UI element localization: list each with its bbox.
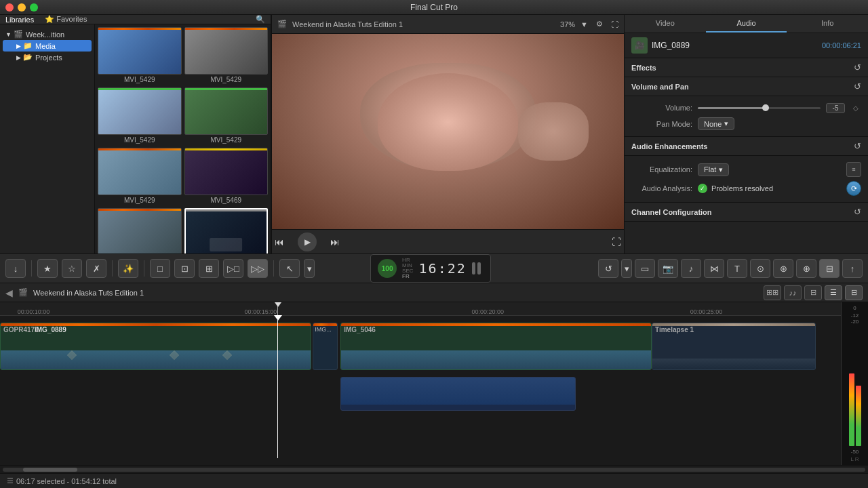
import-button[interactable]: ↓ (5, 259, 26, 278)
favorites-tab[interactable]: ⭐ Favorites (45, 15, 87, 24)
separator (112, 260, 113, 277)
audio-analysis-label: Audio Analysis: (631, 184, 692, 192)
share-button[interactable]: ↑ (842, 259, 863, 278)
reject-button[interactable]: ✗ (86, 259, 106, 278)
audio-enhancements-section-header[interactable]: Audio Enhancements ↺ (625, 137, 868, 156)
search-icon[interactable]: 🔍 (256, 15, 265, 24)
pause-button[interactable] (472, 262, 481, 274)
table-row[interactable]: IMG_5046 (340, 323, 652, 370)
insert-button[interactable]: ⊞ (199, 259, 219, 278)
vu-bar-left (849, 373, 854, 446)
photo-button[interactable]: 📷 (658, 259, 678, 278)
list-item[interactable]: MVI_5519 (184, 208, 269, 253)
select-dropdown[interactable]: ▾ (304, 259, 315, 278)
snapping-button[interactable]: ⊟ (804, 285, 822, 300)
table-row[interactable] (340, 377, 576, 411)
clip-color-bar-3 (341, 323, 651, 326)
status-bar: ☰ 06:17 selected - 01:54:12 total (0, 473, 868, 488)
list-item[interactable]: MVI_5429 (98, 27, 182, 85)
star-button[interactable]: ★ (37, 259, 58, 278)
list-item[interactable]: MVI_5429 (98, 87, 182, 145)
volume-slider[interactable] (698, 107, 821, 109)
audio-button[interactable]: ♪ (681, 259, 701, 278)
tree-item-media[interactable]: ▶ 📁 Media (3, 40, 92, 52)
undo-dropdown[interactable]: ▾ (621, 259, 632, 278)
effects-reset[interactable]: ↺ (854, 62, 861, 73)
close-button[interactable] (5, 3, 14, 12)
fullscreen-button[interactable]: ⛶ (611, 20, 618, 28)
inspector-header: 🎥 IMG_0889 00:00:06:21 (625, 33, 868, 58)
eq-select[interactable]: Flat ▾ (698, 163, 729, 176)
channel-config-title: Channel Configuration (631, 208, 712, 216)
pan-mode-row: Pan Mode: None ▾ (631, 115, 861, 132)
tree-item-root[interactable]: ▼ 🎬 Week...ition (3, 28, 92, 40)
eq-settings-button[interactable]: ≡ (846, 162, 861, 177)
connect-button[interactable]: ⊡ (174, 259, 195, 278)
separator (144, 260, 144, 277)
effects-section-header[interactable]: Effects ↺ (625, 58, 868, 77)
append-button[interactable]: ▷□ (223, 259, 243, 278)
overwrite-button[interactable]: ▷▷ (248, 259, 268, 278)
timeline-zoom-out[interactable]: ⊟ (845, 285, 863, 300)
channel-config-section-header[interactable]: Channel Configuration ↺ (625, 203, 868, 222)
select-tool-button[interactable]: ↖ (279, 259, 300, 278)
channel-config-reset[interactable]: ↺ (854, 207, 861, 217)
zoom-dropdown[interactable]: ▼ (580, 20, 588, 28)
timeline-index-button[interactable]: ☰ (825, 285, 842, 300)
fullscreen-view-button[interactable]: ⛶ (609, 234, 624, 250)
maximize-button[interactable] (30, 3, 38, 12)
volume-keyframe-button[interactable]: ◇ (850, 102, 861, 113)
generator-button[interactable]: ⊙ (750, 259, 770, 278)
star-filled-button[interactable]: ☆ (62, 259, 82, 278)
list-item[interactable]: MVI_5429 (184, 27, 269, 85)
audio-lanes-button[interactable]: ♪♪ (784, 285, 802, 300)
viewer: 🎬 Weekend in Alaska Tuts Edition 1 37% ▼… (271, 15, 624, 253)
viewer-options[interactable]: ⚙ (596, 20, 603, 28)
table-row[interactable]: IMG... (313, 323, 338, 370)
play-button[interactable]: ▶ (298, 232, 317, 251)
timeline-appearance-button[interactable]: ⊞⊞ (764, 285, 781, 300)
playhead[interactable] (277, 316, 278, 458)
tab-audio[interactable]: Audio (706, 15, 787, 33)
prev-edit-button[interactable]: ◀ (5, 287, 13, 298)
list-icon[interactable]: ☰ (7, 476, 14, 485)
minimize-button[interactable] (18, 3, 26, 12)
timeline-ruler: 00:00:10:00 00:00:15:00 00:00:20:00 00:0… (0, 302, 841, 316)
enhance-button[interactable]: ✨ (118, 259, 138, 278)
analyze-audio-button[interactable]: ⟳ (846, 181, 861, 196)
table-row[interactable]: Timelapse 1 (652, 323, 816, 370)
pan-mode-select[interactable]: None ▾ (698, 117, 734, 130)
timeline-scrollbar[interactable] (0, 465, 868, 473)
expand-arrow: ▼ (5, 31, 12, 38)
scrollbar-thumb[interactable] (23, 468, 77, 472)
scrollbar-track[interactable] (3, 468, 865, 472)
list-item[interactable]: MVI_5516 (98, 208, 182, 253)
list-item[interactable]: MVI_5469 (184, 148, 269, 205)
vu-label: 0 (853, 305, 856, 311)
libraries-tab[interactable]: Libraries (5, 16, 34, 24)
audio-analysis-status: ✓ Problems resolved (698, 184, 773, 193)
volume-pan-reset[interactable]: ↺ (854, 81, 861, 92)
inspector-tabs: Video Audio Info (625, 15, 868, 33)
list-item[interactable]: MVI_5429 (184, 87, 269, 145)
transition-button[interactable]: ⋈ (704, 259, 724, 278)
video-clip-button[interactable]: ▭ (635, 259, 655, 278)
transform-button[interactable]: ⊕ (796, 259, 816, 278)
list-item[interactable]: MVI_5429 (98, 148, 182, 205)
title-button[interactable]: T (727, 259, 747, 278)
undo-button[interactable]: ↺ (598, 259, 618, 278)
volume-pan-section-header[interactable]: Volume and Pan ↺ (625, 77, 868, 96)
vu-meter: 0 -12 -20 -50 L R (841, 302, 868, 465)
status-text: 06:17 selected - 01:54:12 total (16, 477, 117, 485)
table-row[interactable]: GOPR4171 IMG_0889 (0, 323, 311, 370)
tab-info[interactable]: Info (787, 15, 868, 33)
separator (273, 260, 274, 277)
tree-item-projects[interactable]: ▶ 📂 Projects (3, 52, 92, 63)
skip-back-button[interactable]: ⏮ (272, 234, 287, 250)
trim-button[interactable]: □ (150, 259, 170, 278)
skip-forward-button[interactable]: ⏭ (328, 234, 342, 250)
inspector-button[interactable]: ⊟ (819, 259, 840, 278)
tab-video[interactable]: Video (625, 15, 706, 33)
audio-enhancements-reset[interactable]: ↺ (854, 141, 861, 151)
effects-button[interactable]: ⊛ (773, 259, 793, 278)
